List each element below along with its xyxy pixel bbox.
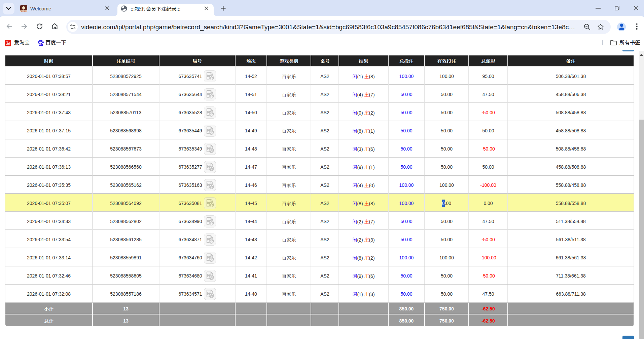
svg-text:淘: 淘: [6, 40, 10, 46]
svg-text:du: du: [39, 43, 42, 46]
